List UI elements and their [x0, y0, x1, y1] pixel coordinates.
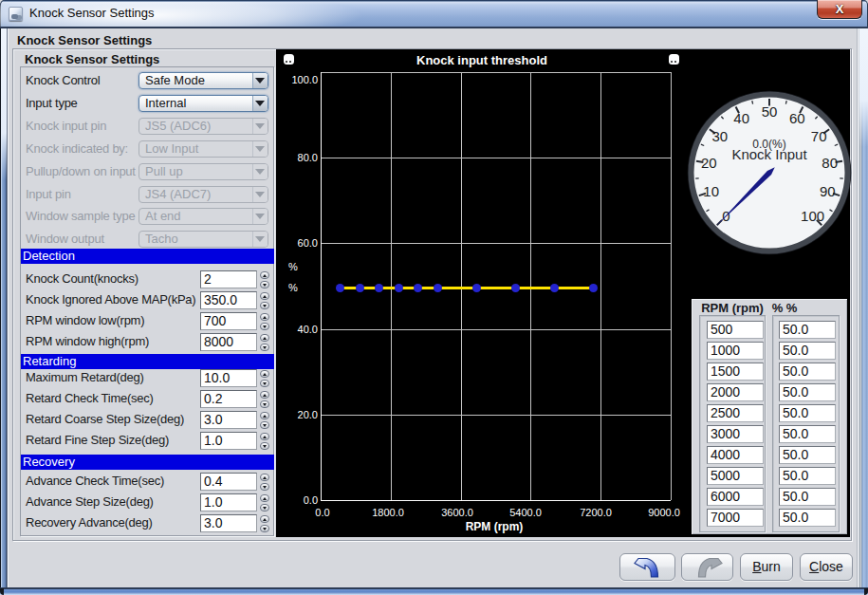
- svg-text:90: 90: [819, 183, 835, 199]
- svg-text:20: 20: [700, 155, 716, 171]
- svg-text:60: 60: [788, 110, 804, 126]
- svg-text:100: 100: [801, 208, 824, 224]
- svg-text:Knock Input: Knock Input: [731, 146, 807, 162]
- svg-text:80: 80: [822, 155, 838, 171]
- svg-text:50: 50: [761, 103, 777, 120]
- svg-text:70: 70: [810, 128, 826, 144]
- svg-text:10: 10: [703, 183, 719, 199]
- svg-text:30: 30: [711, 128, 728, 144]
- svg-text:40: 40: [733, 110, 749, 126]
